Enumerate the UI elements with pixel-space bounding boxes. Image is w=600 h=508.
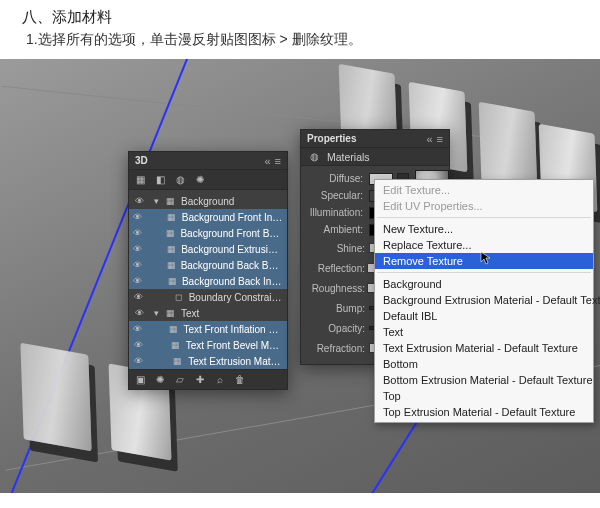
tree-item-label: Background Front Inflation ... [180, 212, 283, 223]
tree-item-label: Text Front Bevel Material [184, 340, 283, 351]
tree-row[interactable]: 👁▾▦Text [129, 305, 287, 321]
render-icon[interactable]: ▣ [133, 373, 147, 387]
tree-item-label: Text Front Inflation Material [181, 324, 283, 335]
menu-separator [377, 217, 591, 218]
tree-item-label: Background Front Bevel Mat... [178, 228, 283, 239]
visibility-eye-icon[interactable]: 👁 [133, 308, 145, 318]
item-type-icon: ▦ [166, 228, 175, 238]
menu-item[interactable]: Text [375, 324, 593, 340]
menu-item[interactable]: Bottom [375, 356, 593, 372]
menu-item[interactable]: Background [375, 276, 593, 292]
tree-row[interactable]: 👁▦Text Front Inflation Material [129, 321, 287, 337]
item-type-icon: ▦ [164, 196, 176, 206]
visibility-eye-icon[interactable]: 👁 [133, 324, 143, 334]
menu-item[interactable]: Top [375, 388, 593, 404]
panel-3d-tree: 👁▾▦Background👁▦Background Front Inflatio… [129, 190, 287, 369]
label-opacity: Opacity: [307, 323, 365, 334]
visibility-eye-icon[interactable]: 👁 [133, 292, 144, 302]
visibility-eye-icon[interactable]: 👁 [133, 356, 144, 366]
item-type-icon: ▦ [167, 276, 177, 286]
menu-item[interactable]: Text Extrusion Material - Default Textur… [375, 340, 593, 356]
label-illumination: Illumination: [307, 207, 365, 218]
panel-3d-footer: ▣ ✺ ▱ ✚ ⌕ 🗑 [129, 369, 287, 389]
photoshop-3d-viewport: 3D « ≡ ▦ ◧ ◍ ✺ 👁▾▦Background👁▦Background… [0, 59, 600, 493]
filter-light-icon[interactable]: ✺ [193, 173, 207, 187]
step-text: 1.选择所有的选项，单击漫反射贴图图标 > 删除纹理。 [0, 27, 600, 59]
tree-row[interactable]: 👁▦Background Front Bevel Mat... [129, 225, 287, 241]
cursor-icon [480, 251, 494, 265]
section-heading: 八、添加材料 [0, 0, 600, 27]
panel-properties-header[interactable]: Properties « ≡ [301, 130, 449, 148]
panel-3d: 3D « ≡ ▦ ◧ ◍ ✺ 👁▾▦Background👁▦Background… [128, 151, 288, 390]
tree-item-label: Text [179, 308, 283, 319]
panel-menu-icon[interactable]: ≡ [437, 130, 443, 148]
item-type-icon: ▦ [166, 260, 175, 270]
menu-separator [377, 272, 591, 273]
letter-3d [20, 343, 91, 452]
menu-item[interactable]: Background Extrusion Material - Default … [375, 292, 593, 308]
panel-collapse-icon[interactable]: « [426, 130, 432, 148]
item-type-icon: ▦ [164, 308, 176, 318]
label-reflection: Reflection: [307, 263, 365, 274]
label-bump: Bump: [307, 303, 365, 314]
item-type-icon: ▦ [170, 340, 181, 350]
tree-item-label: Background Extrusion Mate... [179, 244, 283, 255]
tree-row[interactable]: 👁◻Boundary Constraint 1 [129, 289, 287, 305]
expand-arrow-icon[interactable]: ▾ [151, 308, 161, 318]
item-type-icon: ▦ [172, 356, 183, 366]
label-specular: Specular: [307, 190, 365, 201]
tree-item-label: Background Back Bevel Mat... [179, 260, 283, 271]
visibility-eye-icon[interactable]: 👁 [133, 228, 142, 238]
visibility-eye-icon[interactable]: 👁 [133, 340, 144, 350]
label-diffuse: Diffuse: [307, 173, 365, 184]
visibility-eye-icon[interactable]: 👁 [133, 244, 142, 254]
item-type-icon: ▦ [167, 212, 176, 222]
menu-item[interactable]: New Texture... [375, 221, 593, 237]
visibility-eye-icon[interactable]: 👁 [133, 212, 142, 222]
menu-item[interactable]: Top Extrusion Material - Default Texture [375, 404, 593, 420]
menu-item[interactable]: Default IBL [375, 308, 593, 324]
light-add-icon[interactable]: ✺ [153, 373, 167, 387]
panel-properties-title: Properties [307, 130, 356, 148]
trash-icon[interactable]: 🗑 [233, 373, 247, 387]
search-icon[interactable]: ⌕ [213, 373, 227, 387]
tree-item-label: Boundary Constraint 1 [187, 292, 283, 303]
panel-menu-icon[interactable]: ≡ [275, 152, 281, 170]
panel-collapse-icon[interactable]: « [264, 152, 270, 170]
properties-section-materials: ◍ Materials [301, 148, 449, 166]
label-shine: Shine: [307, 243, 365, 254]
menu-item: Edit Texture... [375, 182, 593, 198]
panel-3d-filter-toolbar: ▦ ◧ ◍ ✺ [129, 170, 287, 190]
panel-3d-title: 3D [135, 152, 148, 170]
tree-row[interactable]: 👁▦Background Back Inflation ... [129, 273, 287, 289]
tree-row[interactable]: 👁▦Background Front Inflation ... [129, 209, 287, 225]
filter-mesh-icon[interactable]: ◧ [153, 173, 167, 187]
tree-row[interactable]: 👁▦Text Front Bevel Material [129, 337, 287, 353]
properties-section-label: Materials [327, 148, 370, 166]
tree-row[interactable]: 👁▦Text Extrusion Material [129, 353, 287, 369]
plane-icon[interactable]: ▱ [173, 373, 187, 387]
label-roughness: Roughness: [307, 283, 365, 294]
tree-item-label: Background Back Inflation ... [180, 276, 283, 287]
label-ambient: Ambient: [307, 224, 365, 235]
item-type-icon: ▦ [167, 244, 176, 254]
filter-material-icon[interactable]: ◍ [173, 173, 187, 187]
panel-3d-header[interactable]: 3D « ≡ [129, 152, 287, 170]
tree-item-label: Text Extrusion Material [186, 356, 283, 367]
visibility-eye-icon[interactable]: 👁 [133, 196, 145, 206]
item-type-icon: ▦ [168, 324, 178, 334]
visibility-eye-icon[interactable]: 👁 [133, 260, 142, 270]
menu-item: Edit UV Properties... [375, 198, 593, 214]
item-type-icon: ◻ [172, 292, 183, 302]
visibility-eye-icon[interactable]: 👁 [133, 276, 143, 286]
expand-arrow-icon[interactable]: ▾ [151, 196, 161, 206]
texture-context-menu: Edit Texture...Edit UV Properties...New … [374, 179, 594, 423]
letter-3d [479, 102, 538, 190]
new-icon[interactable]: ✚ [193, 373, 207, 387]
materials-icon: ◍ [307, 150, 321, 164]
tree-row[interactable]: 👁▾▦Background [129, 193, 287, 209]
menu-item[interactable]: Bottom Extrusion Material - Default Text… [375, 372, 593, 388]
tree-row[interactable]: 👁▦Background Back Bevel Mat... [129, 257, 287, 273]
tree-row[interactable]: 👁▦Background Extrusion Mate... [129, 241, 287, 257]
filter-scene-icon[interactable]: ▦ [133, 173, 147, 187]
